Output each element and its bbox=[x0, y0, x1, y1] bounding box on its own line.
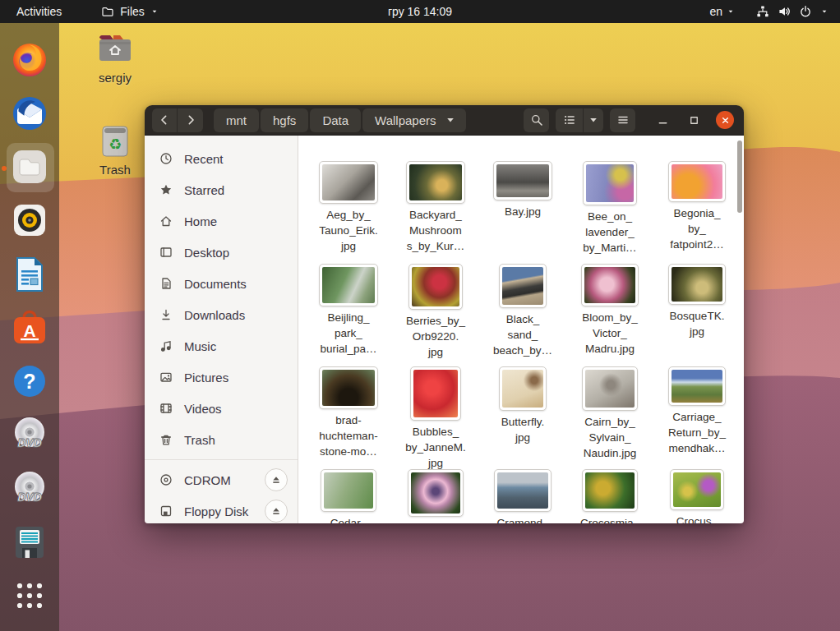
forward-button[interactable] bbox=[178, 108, 203, 132]
sidebar-item-starred[interactable]: Starred bbox=[145, 174, 298, 205]
dock-item-help[interactable]: ? bbox=[0, 355, 59, 408]
file-item[interactable]: Cramond_ bbox=[479, 469, 566, 523]
sidebar-item-videos[interactable]: Videos bbox=[145, 393, 298, 424]
sidebar-item-downloads[interactable]: Downloads bbox=[145, 299, 298, 330]
keyboard-indicator[interactable]: en bbox=[709, 5, 735, 18]
file-item[interactable]: Cedar_ bbox=[305, 469, 392, 523]
app-menu[interactable]: Files bbox=[101, 5, 159, 18]
sidebar-item-music[interactable]: Music bbox=[145, 330, 298, 362]
file-item[interactable]: Aeg_by_ Tauno_Erik. jpg bbox=[305, 161, 392, 264]
file-thumbnail bbox=[670, 469, 724, 510]
chevron-left-icon bbox=[158, 113, 171, 127]
file-item[interactable]: Beijling_ park_ burial_pa… bbox=[305, 264, 392, 366]
sidebar-item-pictures[interactable]: Pictures bbox=[145, 362, 298, 393]
back-button[interactable] bbox=[152, 108, 178, 132]
path-button-mnt[interactable]: mnt bbox=[214, 108, 259, 132]
dock-item-thunderbird[interactable] bbox=[0, 86, 59, 140]
thumbnail-image bbox=[496, 164, 549, 197]
dock-item-firefox[interactable] bbox=[0, 33, 59, 86]
file-thumbnail bbox=[583, 161, 637, 205]
dock-item-app-grid[interactable] bbox=[0, 569, 59, 623]
dock-item-libreoffice-writer[interactable] bbox=[0, 247, 59, 301]
hamburger-menu-button[interactable] bbox=[610, 108, 635, 132]
thumbnail-image bbox=[586, 164, 634, 202]
dock-item-rhythmbox[interactable] bbox=[0, 194, 59, 247]
file-item[interactable]: Bee_on_ lavender_ by_Marti… bbox=[566, 161, 653, 264]
sidebar-item-label: Music bbox=[184, 339, 216, 353]
sidebar-item-recent[interactable]: Recent bbox=[145, 143, 298, 174]
volume-icon[interactable] bbox=[778, 5, 791, 18]
sidebar-item-desktop[interactable]: Desktop bbox=[145, 237, 298, 268]
file-item[interactable]: Bay.jpg bbox=[479, 161, 566, 264]
files-icon bbox=[10, 147, 49, 187]
dock-item-floppy[interactable] bbox=[0, 515, 59, 569]
path-button-hgfs[interactable]: hgfs bbox=[261, 108, 308, 132]
file-item[interactable]: Crocosmia_ bbox=[566, 469, 653, 523]
sidebar-item-label: Home bbox=[184, 214, 217, 228]
file-item[interactable]: Cornered. bbox=[392, 469, 479, 523]
file-item[interactable]: Begonia_ by_ fatpoint2… bbox=[653, 161, 741, 264]
file-item[interactable]: Bloom_by_ Victor_ Madru.jpg bbox=[566, 264, 653, 366]
file-item[interactable]: BosqueTK. jpg bbox=[653, 264, 741, 366]
dock-item-ubuntu-software[interactable]: A bbox=[0, 301, 59, 354]
firefox-icon bbox=[10, 40, 49, 80]
file-item[interactable]: Black_ sand_ beach_by… bbox=[479, 264, 566, 366]
power-icon[interactable] bbox=[799, 5, 812, 18]
network-icon[interactable] bbox=[756, 5, 769, 18]
chevron-down-icon bbox=[727, 7, 735, 16]
search-button[interactable] bbox=[524, 108, 549, 132]
maximize-button[interactable] bbox=[685, 111, 703, 129]
sidebar-item-documents[interactable]: Documents bbox=[145, 268, 298, 299]
file-thumbnail bbox=[406, 161, 465, 204]
thumbnail-image bbox=[672, 164, 722, 199]
file-name: BosqueTK. jpg bbox=[670, 308, 725, 339]
sidebar-item-home[interactable]: Home bbox=[145, 205, 298, 237]
path-button-data[interactable]: Data bbox=[310, 108, 361, 132]
top-bar: Activities Files гру 16 14:09 en bbox=[0, 0, 840, 23]
thumbnail-image bbox=[502, 370, 543, 408]
chevron-right-icon bbox=[184, 113, 197, 127]
file-item[interactable]: Bubbles_ by_JanneM. jpg bbox=[392, 366, 479, 469]
file-item[interactable]: Cairn_by_ Sylvain_ Naudin.jpg bbox=[566, 366, 653, 469]
dock-item-dvd-2[interactable]: DVD bbox=[0, 462, 59, 515]
dock-item-dvd-1[interactable]: DVD bbox=[0, 408, 59, 462]
thumbnail-image bbox=[672, 267, 722, 302]
thumbnail-image bbox=[411, 472, 460, 514]
image-icon bbox=[159, 371, 173, 384]
eject-button[interactable] bbox=[265, 468, 288, 491]
dock-item-files[interactable] bbox=[0, 140, 59, 194]
file-item[interactable]: Butterfly. jpg bbox=[479, 366, 566, 469]
path-button-wallpapers[interactable]: Wallpapers bbox=[362, 108, 465, 132]
file-grid-area: Aeg_by_ Tauno_Erik. jpgBackyard_ Mushroo… bbox=[298, 136, 744, 523]
desktop-icon-trash[interactable]: ♻ Trash bbox=[79, 122, 151, 177]
file-item[interactable]: Backyard_ Mushroom s_by_Kur… bbox=[392, 161, 479, 264]
list-view-button[interactable] bbox=[556, 108, 584, 132]
floppy-sm-icon bbox=[159, 504, 173, 518]
close-button[interactable] bbox=[716, 111, 734, 129]
sidebar-item-trash[interactable]: Trash bbox=[145, 424, 298, 455]
file-item[interactable]: brad- huchteman- stone-mo… bbox=[305, 366, 392, 469]
file-item[interactable]: Berries_by_ Orb9220. jpg bbox=[392, 264, 479, 366]
file-name: Cedar_ bbox=[330, 515, 367, 523]
file-thumbnail bbox=[319, 264, 378, 306]
file-name: Black_ sand_ beach_by… bbox=[493, 311, 552, 358]
view-options-button[interactable] bbox=[584, 108, 603, 132]
app-grid-icon bbox=[10, 576, 49, 615]
file-thumbnail bbox=[494, 469, 552, 512]
thumbnail-image bbox=[322, 267, 375, 303]
running-indicator bbox=[2, 166, 7, 171]
chevron-down-icon[interactable] bbox=[820, 7, 828, 16]
trash-icon bbox=[159, 433, 173, 446]
search-icon bbox=[530, 113, 543, 127]
desktop-icon-home-folder[interactable]: sergiy bbox=[79, 30, 151, 85]
minimize-button[interactable] bbox=[653, 111, 672, 129]
document-icon bbox=[159, 277, 173, 290]
sidebar-item-floppy-disk[interactable]: Floppy Disk bbox=[145, 495, 298, 523]
eject-button[interactable] bbox=[265, 500, 288, 523]
sidebar-item-cdrom[interactable]: CDROM bbox=[145, 464, 298, 495]
file-thumbnail bbox=[668, 161, 726, 202]
activities-button[interactable]: Activities bbox=[13, 5, 65, 18]
file-item[interactable]: Carriage_ Return_by_ mendhak… bbox=[653, 366, 741, 469]
vertical-scrollbar[interactable] bbox=[737, 140, 742, 213]
file-item[interactable]: Crocus_ bbox=[653, 469, 741, 523]
